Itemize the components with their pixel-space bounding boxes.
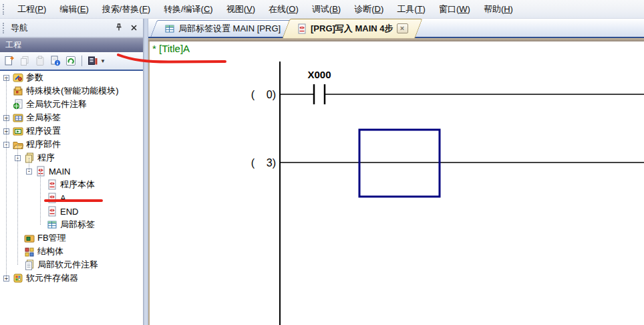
contact-x000-label: X000 bbox=[307, 69, 331, 80]
paste-icon[interactable] bbox=[33, 54, 47, 68]
menu-item-project[interactable]: 工程(P) bbox=[11, 1, 53, 18]
edit-cursor-selection-box[interactable] bbox=[359, 130, 440, 197]
prg-file-icon bbox=[47, 193, 58, 203]
menu-item-diagnostics[interactable]: 诊断(D) bbox=[347, 1, 390, 18]
tree-item-end[interactable]: END bbox=[0, 205, 143, 218]
menubar-grip[interactable] bbox=[3, 4, 5, 15]
dropdown-arrow-icon[interactable]: ▼ bbox=[100, 58, 106, 64]
doc-info-icon[interactable] bbox=[49, 54, 62, 68]
tree-item-special-module[interactable]: 特殊模块(智能功能模块) bbox=[0, 84, 143, 98]
navigation-title: 导航 bbox=[11, 22, 28, 34]
program-icon bbox=[24, 152, 35, 163]
local-comment-icon bbox=[24, 259, 35, 270]
menu-item-search-replace[interactable]: 搜索/替换(F) bbox=[96, 1, 157, 18]
tree-guide bbox=[6, 78, 7, 278]
tab-prg-write-main[interactable]: [PRG]写入 MAIN 4步 × bbox=[286, 19, 419, 38]
label-table-icon bbox=[164, 23, 175, 34]
refresh-icon[interactable] bbox=[64, 54, 77, 68]
tree-item-struct[interactable]: 结构体 bbox=[0, 245, 143, 258]
ladder-canvas[interactable]: ( 0) X000 ( 3) bbox=[150, 41, 644, 325]
program-setting-icon bbox=[13, 126, 24, 136]
global-label-icon bbox=[13, 112, 24, 123]
tree-guide bbox=[40, 171, 41, 225]
new-doc-icon[interactable] bbox=[3, 54, 16, 68]
menu-item-help[interactable]: 帮助(H) bbox=[477, 1, 520, 18]
sort-filter-icon[interactable] bbox=[86, 54, 100, 68]
prg-file-icon bbox=[35, 166, 47, 177]
menu-item-tools[interactable]: 工具(T) bbox=[390, 1, 432, 18]
tree-item-param[interactable]: +参数 bbox=[0, 71, 143, 84]
navigation-grip[interactable] bbox=[3, 23, 5, 33]
editor-area: 局部标签设置 MAIN [PRG] [PRG]写入 MAIN 4步 × * [T… bbox=[148, 19, 644, 325]
menu-bar-items: 工程(P)编辑(E)搜索/替换(F)转换/编译(C)视图(V)在线(O)调试(B… bbox=[11, 1, 520, 18]
rung0-step-number: ( 0) bbox=[251, 89, 276, 100]
menu-item-edit[interactable]: 编辑(E) bbox=[53, 1, 95, 18]
project-toolbar: ▼ bbox=[0, 52, 143, 71]
close-icon[interactable] bbox=[128, 22, 139, 33]
menu-item-convert-compile[interactable]: 转换/编译(C) bbox=[157, 1, 220, 18]
tree-item-pou[interactable]: -程序部件 bbox=[0, 138, 143, 151]
tree-item-program[interactable]: -程序 bbox=[0, 151, 143, 165]
project-tree: +参数特殊模块(智能功能模块)全局软元件注释+全局标签+程序设置-程序部件-程序… bbox=[0, 71, 143, 325]
tree-rows: +参数特殊模块(智能功能模块)全局软元件注释+全局标签+程序设置-程序部件-程序… bbox=[0, 71, 143, 285]
struct-icon bbox=[24, 246, 35, 257]
prg-file-icon bbox=[47, 206, 58, 217]
module-icon bbox=[13, 86, 24, 96]
gx-works2-window: 工程(P)编辑(E)搜索/替换(F)转换/编译(C)视图(V)在线(O)调试(B… bbox=[0, 0, 644, 325]
navigation-titlebar: 导航 bbox=[0, 19, 143, 37]
tree-item-local-device-comment[interactable]: 局部软元件注释 bbox=[0, 258, 143, 272]
tree-item-program-body[interactable]: 程序本体 bbox=[0, 178, 143, 191]
tree-item-local-label[interactable]: 局部标签 bbox=[0, 218, 143, 231]
menu-item-debug[interactable]: 调试(B) bbox=[305, 1, 347, 18]
menu-item-online[interactable]: 在线(O) bbox=[262, 1, 305, 18]
tab-local-label-setting[interactable]: 局部标签设置 MAIN [PRG] bbox=[154, 20, 291, 37]
menu-bar: 工程(P)编辑(E)搜索/替换(F)转换/编译(C)视图(V)在线(O)调试(B… bbox=[0, 0, 644, 19]
prg-file-icon bbox=[297, 23, 307, 34]
toolbar-separator bbox=[82, 56, 82, 66]
tree-item-fb-manage[interactable]: FB管理 bbox=[0, 231, 143, 245]
panel-splitter[interactable] bbox=[144, 19, 148, 325]
param-icon bbox=[13, 72, 24, 83]
tree-item-global-label[interactable]: +全局标签 bbox=[0, 111, 143, 124]
menu-item-window[interactable]: 窗口(W) bbox=[432, 1, 477, 18]
device-memory-icon bbox=[13, 273, 24, 284]
rung3-step-number: ( 3) bbox=[251, 157, 276, 169]
tree-item-global-device-comment[interactable]: 全局软元件注释 bbox=[0, 98, 143, 111]
prg-file-icon bbox=[47, 179, 58, 190]
copy-icon[interactable] bbox=[18, 54, 31, 68]
navigation-panel: 导航 工程 ▼ +参数特殊模块(智能功能模块)全局软元件注释+全局标签+程序设置… bbox=[0, 19, 144, 325]
tree-guide bbox=[29, 158, 29, 171]
menu-item-view[interactable]: 视图(V) bbox=[220, 1, 262, 18]
tree-item-device-memory[interactable]: +软元件存储器 bbox=[0, 272, 143, 285]
pou-icon bbox=[13, 139, 24, 150]
contact-x000[interactable] bbox=[314, 84, 325, 104]
pin-icon[interactable] bbox=[114, 22, 124, 33]
project-section-header: 工程 bbox=[0, 37, 143, 52]
document-tabbar: 局部标签设置 MAIN [PRG] [PRG]写入 MAIN 4步 × bbox=[148, 19, 644, 38]
fb-icon bbox=[24, 233, 35, 243]
tree-item-program-setting[interactable]: +程序设置 bbox=[0, 124, 143, 138]
label-table-icon bbox=[47, 219, 58, 230]
tree-guide bbox=[17, 144, 18, 265]
global-comment-icon bbox=[13, 99, 24, 110]
tree-item-a[interactable]: A bbox=[0, 191, 143, 205]
ladder-editor[interactable]: * [Title]A ( 0) X000 ( 3) bbox=[148, 41, 644, 325]
tree-item-main[interactable]: -MAIN bbox=[0, 165, 143, 178]
tab-close-button[interactable]: × bbox=[397, 23, 408, 33]
